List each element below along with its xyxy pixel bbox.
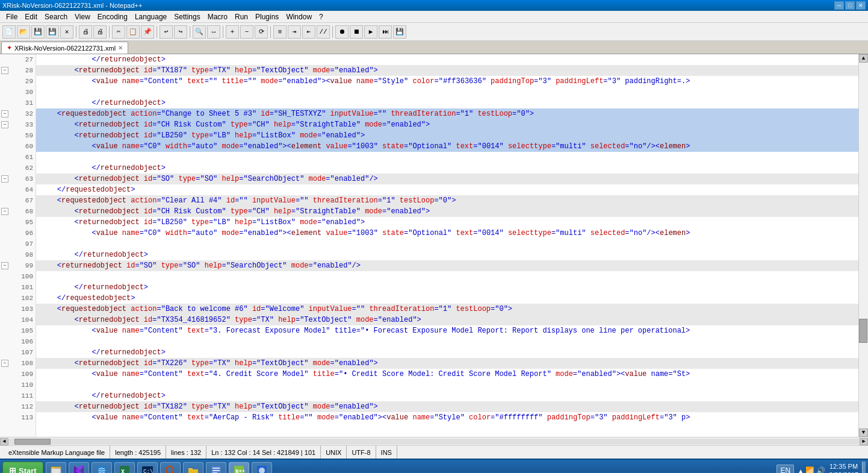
fold-button[interactable]: − xyxy=(1,360,8,367)
zoom-out-button[interactable]: − xyxy=(240,25,253,39)
menu-bar: File Edit Search View Encoding Language … xyxy=(0,11,868,23)
print-now-button[interactable]: 🖨 xyxy=(93,25,107,39)
gutter-line: −33 xyxy=(0,119,36,130)
undo-button[interactable]: ↩ xyxy=(160,25,173,39)
code-line: <returnedobject id="CH Risk Custom" type… xyxy=(36,206,858,217)
taskbar-notepadpp[interactable]: N++ xyxy=(229,462,249,473)
gutter-line: 102 xyxy=(0,293,36,304)
expand-tray-icon[interactable]: ▲ xyxy=(798,468,804,474)
step-button[interactable]: ⏭ xyxy=(379,25,392,39)
print-button[interactable]: 🖨 xyxy=(79,25,92,39)
taskbar-explorer[interactable] xyxy=(46,462,66,473)
gutter-line: 111 xyxy=(0,390,36,401)
taskbar-folder[interactable] xyxy=(183,462,203,473)
window-controls: ─ □ ✕ xyxy=(834,1,866,10)
fold-button[interactable]: − xyxy=(1,67,8,74)
svg-text:C:\>: C:\> xyxy=(143,469,153,473)
tab-close-icon[interactable]: ✕ xyxy=(118,45,123,51)
save-macro-button[interactable]: 💾 xyxy=(393,25,406,39)
folder-icon xyxy=(186,463,200,473)
volume-icon[interactable]: 🔊 xyxy=(816,466,825,473)
fold-button[interactable]: − xyxy=(1,262,8,269)
gutter-line: 29 xyxy=(0,76,36,87)
save-all-button[interactable]: 💾 xyxy=(46,25,59,39)
menu-settings[interactable]: Settings xyxy=(170,11,203,22)
editor-area: 27−28293031−32−3359606162−636467−6895969… xyxy=(0,54,868,437)
sync-button[interactable]: ⟳ xyxy=(255,25,268,39)
outdent-button[interactable]: ⇤ xyxy=(302,25,315,39)
code-content-area[interactable]: </returnedobject> <returnedobject id="TX… xyxy=(36,54,858,437)
maximize-button[interactable]: □ xyxy=(845,1,855,10)
find-replace-button[interactable]: ↔ xyxy=(207,25,220,39)
wrap-button[interactable]: ≡ xyxy=(273,25,287,39)
close-button2[interactable]: ✕ xyxy=(60,25,73,39)
menu-window[interactable]: Window xyxy=(282,11,315,22)
start-button[interactable]: ⊞ Start xyxy=(2,462,43,473)
scroll-left-button[interactable]: ◄ xyxy=(0,438,8,445)
fold-button[interactable]: − xyxy=(1,110,8,117)
minimize-button[interactable]: ─ xyxy=(834,1,844,10)
taskbar-cmd[interactable]: C:\> xyxy=(137,462,158,473)
menu-encoding[interactable]: Encoding xyxy=(94,11,131,22)
taskbar-excel[interactable]: X xyxy=(114,462,135,473)
show-desktop-button[interactable] xyxy=(862,462,866,473)
save-button[interactable]: 💾 xyxy=(31,25,45,39)
explorer-icon xyxy=(49,463,63,473)
code-line: <value name="C0" width="auto" mode="enab… xyxy=(36,141,858,152)
fold-button[interactable]: − xyxy=(1,208,8,215)
record-button[interactable]: ⏺ xyxy=(335,25,349,39)
zoom-in-button[interactable]: + xyxy=(226,25,239,39)
horizontal-scrollbar[interactable]: ◄ ► xyxy=(0,437,868,445)
menu-edit[interactable]: Edit xyxy=(21,11,41,22)
menu-search[interactable]: Search xyxy=(41,11,71,22)
clock-time: 12:35 PM xyxy=(829,462,858,471)
close-button[interactable]: ✕ xyxy=(856,1,866,10)
gutter-line: −108 xyxy=(0,358,36,369)
taskbar-blue-app[interactable] xyxy=(252,462,272,473)
indent-button[interactable]: ⇥ xyxy=(288,25,301,39)
menu-language[interactable]: Language xyxy=(131,11,170,22)
menu-macro[interactable]: Macro xyxy=(204,11,231,22)
code-line: <value name="C0" width="auto" mode="enab… xyxy=(36,228,858,239)
scroll-down-button[interactable]: ▼ xyxy=(859,428,868,437)
menu-file[interactable]: File xyxy=(2,11,21,22)
code-line: </returnedobject> xyxy=(36,98,858,108)
cut-button[interactable]: ✂ xyxy=(112,25,125,39)
scroll-thumb[interactable] xyxy=(859,319,867,343)
gutter-line: 60 xyxy=(0,141,36,152)
menu-help[interactable]: ? xyxy=(315,11,327,22)
stop-button[interactable]: ⏹ xyxy=(350,25,363,39)
menu-view[interactable]: View xyxy=(71,11,94,22)
code-line: <returnedobject id="TX354_416819652" typ… xyxy=(36,315,858,325)
vertical-scrollbar[interactable]: ▲ ▼ xyxy=(858,54,868,437)
tab-xml-file[interactable]: ✦ XRisk-NoVersion-0622122731.xml ✕ xyxy=(1,42,128,54)
taskbar-filemanager[interactable] xyxy=(206,462,226,473)
fold-button[interactable]: − xyxy=(1,121,8,128)
taskbar-vs[interactable] xyxy=(69,462,89,473)
open-button[interactable]: 📂 xyxy=(17,25,30,39)
separator6 xyxy=(270,26,271,38)
scroll-right-button[interactable]: ► xyxy=(860,438,868,445)
play-button[interactable]: ▶ xyxy=(364,25,377,39)
insert-mode-section: INS xyxy=(376,446,397,459)
system-icons: ▲ 📶 🔊 xyxy=(798,466,825,473)
menu-run[interactable]: Run xyxy=(231,11,252,22)
find-button[interactable]: 🔍 xyxy=(193,25,206,39)
taskbar-search[interactable] xyxy=(160,462,181,473)
code-line: <returnedobject id="LB250" type="LB" hel… xyxy=(36,217,858,228)
taskbar-orb[interactable] xyxy=(91,462,112,473)
cmd-icon: C:\> xyxy=(140,463,155,473)
menu-plugins[interactable]: Plugins xyxy=(252,11,282,22)
copy-button[interactable]: 📋 xyxy=(126,25,140,39)
taskbar-system-tray: EN ▲ 📶 🔊 12:35 PM 6/22/2017 xyxy=(777,462,866,473)
title-bar: XRisk-NoVersion-0622122731.xml - Notepad… xyxy=(0,0,868,11)
scroll-up-button[interactable]: ▲ xyxy=(859,54,868,63)
paste-button[interactable]: 📌 xyxy=(141,25,154,39)
fold-button[interactable]: − xyxy=(1,175,8,183)
new-button[interactable]: 📄 xyxy=(2,25,16,39)
comment-button[interactable]: // xyxy=(317,25,330,39)
gutter-line: 27 xyxy=(0,54,36,65)
svg-rect-13 xyxy=(211,466,221,473)
h-scroll-thumb[interactable] xyxy=(14,439,51,445)
redo-button[interactable]: ↪ xyxy=(174,25,187,39)
